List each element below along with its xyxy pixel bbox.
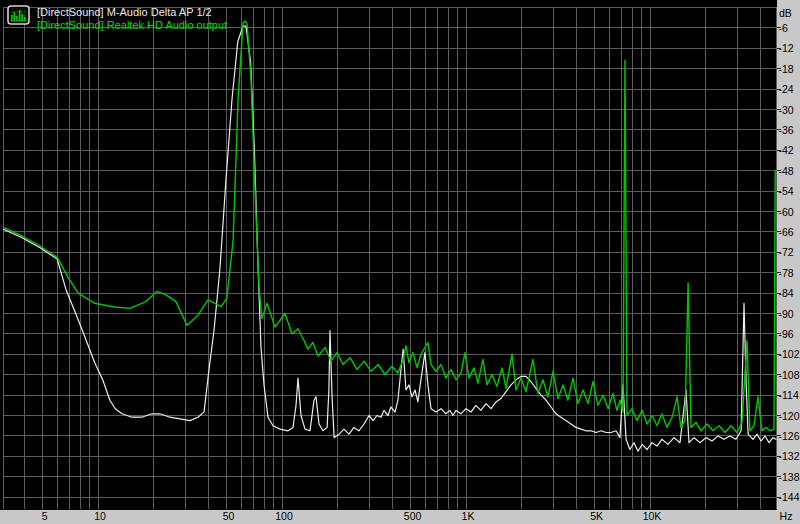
legend: [DirectSound] M-Audio Delta AP 1/2 [Dire… — [7, 5, 227, 32]
x-axis-unit: Hz — [780, 510, 793, 522]
y-tick-label: -60 — [779, 206, 794, 218]
y-tick-label: -126 — [779, 430, 800, 442]
x-tick-label: 5K — [590, 510, 603, 522]
y-tick-label: -114 — [779, 389, 799, 401]
x-axis-strip — [0, 510, 800, 524]
x-tick-label: 50 — [223, 510, 235, 522]
y-tick-label: -120 — [779, 410, 800, 422]
y-tick-label: -84 — [779, 287, 794, 299]
y-tick-label: -24 — [779, 83, 794, 95]
y-tick-label: -96 — [779, 328, 794, 340]
y-tick-label: -144 — [779, 491, 800, 503]
y-tick-label: -138 — [779, 471, 800, 483]
y-tick-label: -78 — [779, 267, 794, 279]
y-tick-label: -48 — [779, 165, 794, 177]
x-tick-label: 1K — [462, 510, 475, 522]
legend-item-white: [DirectSound] M-Audio Delta AP 1/2 — [37, 6, 227, 19]
x-tick-label: 500 — [404, 510, 422, 522]
spectrum-chart: dB-6-12-18-24-30-36-42-48-54-60-66-72-78… — [0, 0, 800, 524]
y-axis-unit: dB — [779, 7, 792, 19]
y-tick-label: -12 — [779, 42, 794, 54]
y-tick-label: -132 — [779, 450, 800, 462]
x-tick-label: 100 — [275, 510, 293, 522]
y-tick-label: -42 — [779, 144, 794, 156]
y-tick-label: -6 — [779, 22, 788, 34]
x-tick-label: 5 — [42, 510, 48, 522]
y-tick-label: -36 — [779, 124, 794, 136]
y-tick-label: -66 — [779, 226, 794, 238]
plot-background — [0, 0, 800, 524]
y-tick-label: -18 — [779, 63, 794, 75]
spectrum-analyzer-window: { "legend": { "items": [ { "label": "[Di… — [0, 0, 800, 524]
y-tick-label: -30 — [779, 104, 794, 116]
y-tick-label: -108 — [779, 369, 800, 381]
x-tick-label: 10 — [94, 510, 106, 522]
y-tick-label: -72 — [779, 246, 794, 258]
y-tick-label: -54 — [779, 185, 794, 197]
legend-item-green: [DirectSound] Realtek HD Audio output — [37, 19, 227, 32]
legend-labels: [DirectSound] M-Audio Delta AP 1/2 [Dire… — [37, 5, 227, 32]
y-tick-label: -90 — [779, 308, 794, 320]
spectrum-icon — [7, 5, 30, 25]
y-tick-label: -102 — [779, 348, 800, 360]
x-tick-label: 10K — [643, 510, 662, 522]
